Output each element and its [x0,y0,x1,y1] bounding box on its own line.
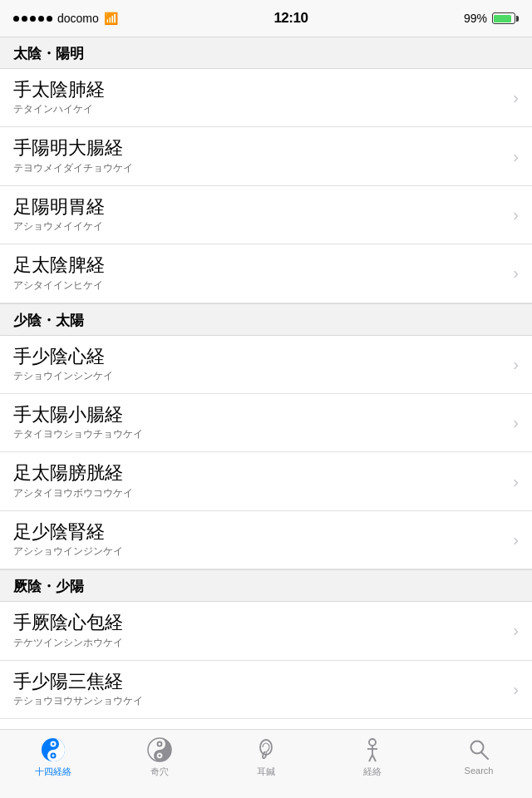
list-item-text: 手少陽三焦経 テショウヨウサンショウケイ [13,671,506,708]
list-item-title: 手太陰肺経 [13,79,506,101]
tab-search[interactable]: Search [437,736,520,776]
svg-point-3 [52,743,55,746]
status-right: 99% [464,12,519,25]
list-item-text: 手太陰肺経 テタインハイケイ [13,79,506,116]
chevron-icon: › [513,530,519,549]
section-header-3: 厥陰・少陽 [0,569,532,602]
list-item-text: 手少陰心経 テショウインシンケイ [13,346,506,383]
svg-point-16 [471,741,484,754]
list-item-title: 手厥陰心包経 [13,612,506,633]
list-item-subtitle: テヨウメイダイチョウケイ [13,161,506,175]
chevron-icon: › [513,147,519,166]
list-item[interactable]: 足少陽胆経 アシショウヨウタンケイ › [0,719,532,729]
list-item-subtitle: アシショウインジンケイ [13,544,506,559]
list-item-subtitle: テケツインシンホウケイ [13,636,506,650]
tab-shisikeiraku[interactable]: 十四経絡 [12,736,95,778]
tab-bar: 十四経絡 奇穴 耳鍼 経絡 [0,729,532,798]
ear-icon [253,736,279,763]
search-icon [466,736,492,763]
yinyang-active-icon [40,736,66,763]
list-item-title: 手太陽小腸経 [13,404,506,426]
chevron-icon: › [513,264,519,283]
list-item-text: 足太陰脾経 アシタイインヒケイ [13,254,506,292]
tab-jishin[interactable]: 耳鍼 [224,736,308,778]
list-item-text: 足太陽膀胱経 アシタイヨウボウコウケイ [13,462,506,500]
list-item[interactable]: 足太陰脾経 アシタイインヒケイ › [0,244,532,303]
person-icon [359,736,386,763]
chevron-icon: › [513,88,519,107]
list-item-subtitle: テショウヨウサンショウケイ [13,694,506,708]
list-item-text: 手厥陰心包経 テケツインシンホウケイ [13,612,506,649]
list-item[interactable]: 手少陰心経 テショウインシンケイ › [0,336,532,394]
chevron-icon: › [513,680,519,699]
svg-line-14 [369,755,372,761]
main-content: 太陰・陽明 手太陰肺経 テタインハイケイ › 手陽明大腸経 テヨウメイダイチョウ… [0,37,532,729]
list-item-title: 足太陽膀胱経 [13,462,506,484]
section-header-1: 太陰・陽明 [0,37,532,69]
chevron-icon: › [513,621,519,640]
chevron-icon: › [513,205,519,224]
battery-icon [492,12,519,24]
list-item-subtitle: アシタイインヒケイ [13,278,506,293]
list-item-subtitle: テタインハイケイ [13,102,506,116]
list-item[interactable]: 手太陽小腸経 テタイヨウショウチョウケイ › [0,394,532,452]
tab-label-jishin: 耳鍼 [257,766,275,778]
svg-line-15 [372,755,376,761]
tab-label-shisikeiraku: 十四経絡 [35,766,71,778]
list-item-title: 手少陽三焦経 [13,671,506,692]
list-item-title: 手陽明大腸経 [13,137,506,159]
list-item-text: 手太陽小腸経 テタイヨウショウチョウケイ [13,404,506,441]
wifi-icon: 📶 [104,12,118,25]
status-left: docomo 📶 [13,12,118,25]
list-item-text: 手陽明大腸経 テヨウメイダイチョウケイ [13,137,506,175]
svg-point-11 [369,739,376,746]
battery-percentage: 99% [464,12,487,25]
list-item-text: 足陽明胃経 アショウメイイケイ [13,196,506,234]
tab-keiraku[interactable]: 経絡 [331,736,414,778]
chevron-icon: › [513,355,519,374]
list-item-title: 手少陰心経 [13,346,506,367]
svg-point-9 [159,755,161,757]
list-item-title: 足少陰腎経 [13,521,506,543]
list-item[interactable]: 手少陽三焦経 テショウヨウサンショウケイ › [0,661,532,719]
list-item-subtitle: テタイヨウショウチョウケイ [13,427,506,441]
status-time: 12:10 [273,10,308,27]
list-item-subtitle: テショウインシンケイ [13,369,506,383]
tab-label-search: Search [465,766,494,776]
list-item[interactable]: 手陽明大腸経 テヨウメイダイチョウケイ › [0,127,532,185]
tab-label-kiketsu: 奇穴 [150,766,169,778]
carrier-label: docomo [57,12,99,25]
list-item-subtitle: アショウメイイケイ [13,219,506,234]
tab-label-keiraku: 経絡 [363,766,382,778]
svg-point-4 [52,755,55,757]
section-header-2: 少陰・太陽 [0,303,532,336]
chevron-icon: › [513,472,519,491]
list-item[interactable]: 足少陰腎経 アシショウインジンケイ › [0,511,532,569]
list-item-subtitle: アシタイヨウボウコウケイ [13,486,506,500]
chevron-icon: › [513,413,519,432]
signal-dots [13,16,52,22]
list-item-text: 足少陰腎経 アシショウインジンケイ [13,521,506,559]
status-bar: docomo 📶 12:10 99% [0,0,532,37]
list-item[interactable]: 足太陽膀胱経 アシタイヨウボウコウケイ › [0,452,532,510]
list-item-title: 足陽明胃経 [13,196,506,218]
yinyang-inactive-icon [146,736,173,763]
svg-point-8 [159,743,161,746]
svg-line-17 [482,753,489,760]
tab-kiketsu[interactable]: 奇穴 [118,736,201,778]
list-item[interactable]: 手太陰肺経 テタインハイケイ › [0,69,532,127]
list-item-title: 足太陰脾経 [13,254,506,276]
list-item[interactable]: 足陽明胃経 アショウメイイケイ › [0,186,532,244]
list-item[interactable]: 手厥陰心包経 テケツインシンホウケイ › [0,602,532,660]
